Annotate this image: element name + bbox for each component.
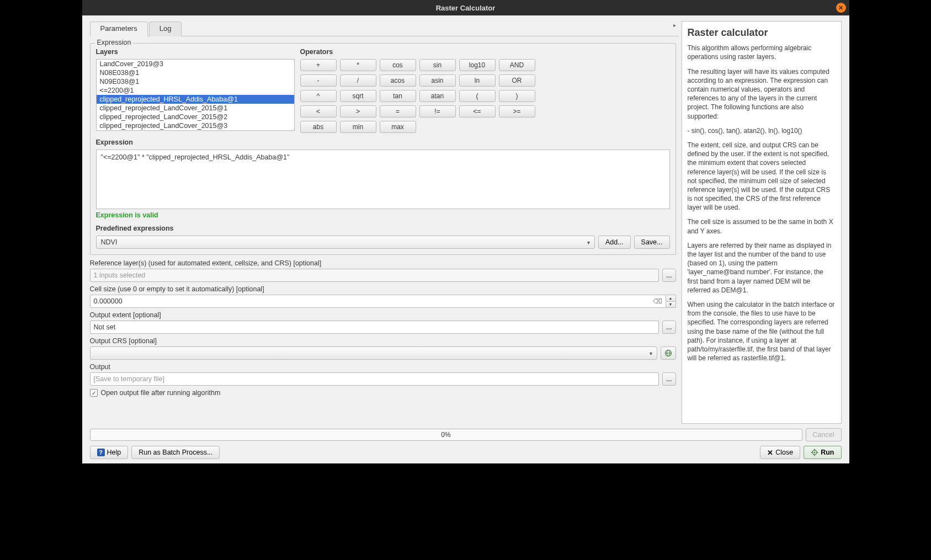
layer-item[interactable]: <=2200@1 [97, 86, 294, 95]
help-title: Raster calculator [688, 26, 836, 39]
save-button[interactable]: Save... [634, 236, 670, 249]
batch-button[interactable]: Run as Batch Process... [131, 446, 220, 459]
open-output-checkbox[interactable]: ✓ [90, 389, 98, 397]
operator-button[interactable]: ) [499, 90, 535, 102]
expression-label: Expression [96, 138, 670, 146]
close-icon[interactable]: ✕ [836, 3, 846, 13]
tab-log[interactable]: Log [149, 22, 182, 36]
close-x-icon: ✕ [767, 449, 773, 457]
layer-item[interactable]: LandCover_2019@3 [97, 60, 294, 68]
titlebar: Raster Calculator ✕ [82, 0, 849, 15]
layer-item[interactable]: clipped_reprojected_LandCover_2015@3 [97, 121, 294, 130]
layers-list[interactable]: LandCover_2019@3N08E038@1N09E038@1<=2200… [96, 59, 295, 131]
layer-item[interactable]: clipped_reprojected_LandCover_2015@1 [97, 104, 294, 113]
reference-layers-label: Reference layer(s) (used for automated e… [90, 259, 676, 267]
cell-size-input[interactable]: 0.000000 ⌫ [90, 295, 666, 308]
operator-button[interactable]: sqrt [340, 90, 376, 102]
layer-item[interactable]: clipped_reprojected_LandCover_2015@2 [97, 113, 294, 121]
layer-item[interactable]: N08E038@1 [97, 68, 294, 77]
help-button[interactable]: ?Help [90, 446, 129, 459]
operator-button[interactable]: != [419, 105, 456, 118]
clear-icon[interactable]: ⌫ [653, 297, 662, 305]
expression-status: Expression is valid [96, 211, 670, 219]
predefined-combo[interactable]: NDVI [96, 236, 595, 249]
operators-label: Operators [300, 48, 670, 56]
run-button[interactable]: Run [804, 446, 841, 459]
operator-button[interactable]: ^ [300, 90, 337, 102]
operator-button[interactable]: abs [300, 121, 337, 133]
layers-label: Layers [96, 48, 295, 56]
operator-button[interactable]: log10 [459, 59, 496, 71]
operator-button[interactable]: <= [459, 105, 496, 118]
gear-icon [811, 449, 818, 456]
output-input[interactable]: [Save to temporary file] [90, 372, 659, 386]
collapse-help-icon[interactable]: ▸ [671, 21, 678, 29]
tabs: Parameters Log ▸ [90, 21, 678, 36]
output-more-button[interactable]: ... [662, 372, 675, 386]
operator-button[interactable]: acos [380, 74, 416, 87]
operator-button[interactable]: - [300, 74, 337, 87]
operator-button[interactable]: ln [459, 74, 496, 87]
operator-button[interactable]: cos [380, 59, 416, 71]
output-extent-more-button[interactable]: ... [662, 321, 675, 334]
tab-parameters[interactable]: Parameters [90, 22, 148, 36]
group-title-expression: Expression [95, 39, 134, 46]
reference-layers-input[interactable]: 1 inputs selected [90, 269, 659, 282]
operator-button[interactable]: OR [499, 74, 535, 87]
operator-button[interactable]: > [340, 105, 376, 118]
operator-button[interactable]: >= [499, 105, 535, 118]
operator-button[interactable]: min [340, 121, 376, 133]
output-crs-label: Output CRS [optional] [90, 337, 676, 345]
operator-button[interactable]: AND [499, 59, 535, 71]
help-icon: ? [97, 449, 105, 456]
svg-point-4 [814, 452, 816, 454]
progress-bar: 0% [90, 429, 802, 441]
output-extent-input[interactable]: Not set [90, 321, 659, 334]
cell-size-label: Cell size (use 0 or empty to set it auto… [90, 285, 676, 293]
layer-item[interactable]: clipped_reprojected_LandCover_2016@1 [97, 130, 294, 131]
output-crs-combo[interactable] [90, 346, 657, 360]
layer-item[interactable]: clipped_reprojected_HRSL_Addis_Ababa@1 [97, 95, 294, 104]
spin-up-button[interactable]: ▲ [666, 295, 676, 301]
output-label: Output [90, 363, 676, 371]
crs-picker-button[interactable] [661, 346, 676, 360]
operator-button[interactable]: = [380, 105, 416, 118]
expression-input[interactable]: "<=2200@1" * "clipped_reprojected_HRSL_A… [96, 150, 670, 209]
operator-button[interactable]: atan [419, 90, 456, 102]
help-panel: Raster calculator This algorithm allows … [682, 21, 842, 424]
predefined-label: Predefined expressions [96, 225, 670, 232]
spin-down-button[interactable]: ▼ [666, 301, 676, 308]
operator-button[interactable]: < [300, 105, 337, 118]
cancel-button: Cancel [806, 428, 842, 441]
operator-button[interactable]: ( [459, 90, 496, 102]
close-button[interactable]: ✕Close [760, 446, 800, 459]
operator-button[interactable]: max [380, 121, 416, 133]
window-title: Raster Calculator [436, 4, 496, 12]
expression-group: Expression Layers LandCover_2019@3N08E03… [90, 43, 676, 255]
open-output-label: Open output file after running algorithm [101, 389, 221, 397]
operator-button[interactable]: tan [380, 90, 416, 102]
operator-button[interactable]: + [300, 59, 337, 71]
operator-button[interactable]: * [340, 59, 376, 71]
operator-button[interactable]: asin [419, 74, 456, 87]
raster-calculator-dialog: Raster Calculator ✕ Parameters Log ▸ Exp… [82, 0, 849, 463]
add-button[interactable]: Add... [598, 236, 631, 249]
operator-button[interactable]: / [340, 74, 376, 87]
output-extent-label: Output extent [optional] [90, 311, 676, 319]
layer-item[interactable]: N09E038@1 [97, 77, 294, 86]
reference-layers-more-button[interactable]: ... [662, 269, 675, 282]
operator-button[interactable]: sin [419, 59, 456, 71]
